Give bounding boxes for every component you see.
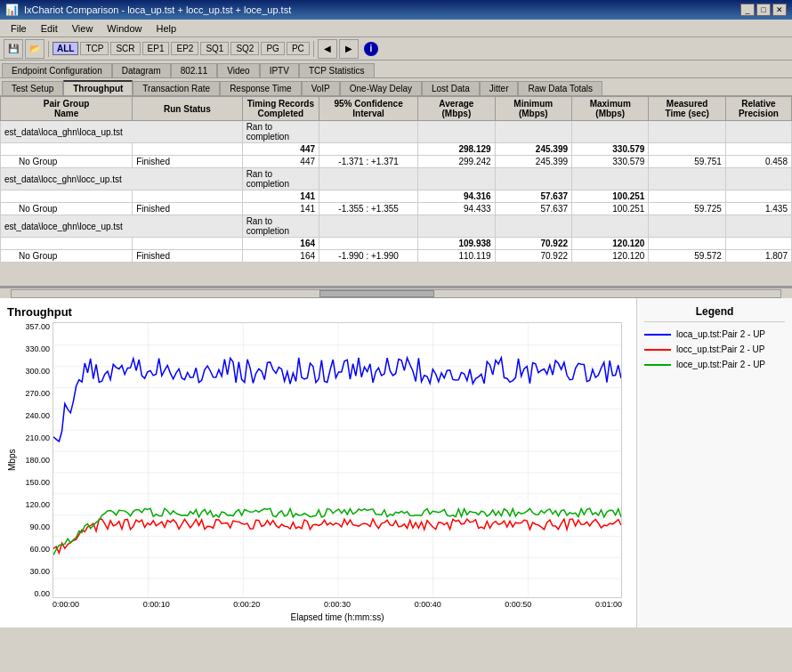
tab-throughput[interactable]: Throughput: [63, 80, 133, 95]
summary-minimum: 57.637: [495, 190, 571, 203]
tab-voip[interactable]: VoIP: [302, 81, 340, 95]
tab-raw-data-totals[interactable]: Raw Data Totals: [518, 81, 602, 95]
x-tick: 0:00:00: [53, 600, 79, 609]
detail-group: No Group: [1, 250, 133, 263]
filter-ep2[interactable]: EP2: [171, 42, 198, 55]
col-header-average: Average(Mbps): [418, 97, 495, 121]
legend-label-0: loca_up.tst:Pair 2 - UP: [676, 329, 765, 339]
y-axis-ticks: 357.00330.00300.00270.00240.00210.00180.…: [17, 322, 53, 598]
chart-section: Throughput Mbps 357.00330.00300.00270.00…: [0, 298, 792, 627]
y-tick: 357.00: [17, 322, 50, 331]
tab-test-setup[interactable]: Test Setup: [2, 81, 63, 95]
forward-button[interactable]: ▶: [339, 39, 359, 59]
tab-iptv[interactable]: IPTV: [260, 63, 299, 77]
window-controls: _ □ ✕: [740, 4, 787, 16]
legend-items: loca_up.tst:Pair 2 - UP locc_up.tst:Pair…: [644, 329, 785, 369]
file-path: est_data\locc_ghn\locc_up.tst: [1, 168, 243, 190]
y-tick: 270.00: [17, 389, 50, 398]
detail-minimum: 70.922: [495, 250, 571, 263]
save-button[interactable]: 💾: [4, 39, 23, 59]
col-header-pair-group: Pair GroupName: [1, 97, 133, 121]
tab-video[interactable]: Video: [217, 63, 259, 77]
tab-endpoint-config[interactable]: Endpoint Configuration: [2, 63, 112, 77]
x-axis-label: Elapsed time (h:mm:ss): [53, 612, 622, 622]
detail-status: Finished: [133, 250, 242, 263]
col-header-relative-precision: RelativePrecision: [725, 97, 791, 121]
summary-maximum: 100.251: [572, 190, 649, 203]
table-scrollbar-area: [0, 287, 792, 298]
summary-records: 141: [242, 190, 319, 203]
open-button[interactable]: 📂: [25, 39, 44, 59]
toolbar: 💾 📂 ALL TCP SCR EP1 EP2 SQ1 SQ2 PG PC ◀ …: [0, 37, 792, 61]
menu-view[interactable]: View: [65, 21, 101, 36]
summary-average: 94.316: [418, 190, 495, 203]
col-header-maximum: Maximum(Mbps): [572, 97, 649, 121]
scrollbar-thumb[interactable]: [319, 290, 435, 297]
filter-pg[interactable]: PG: [261, 42, 284, 55]
legend-color-1: [644, 349, 671, 351]
file-run-status: Ran to completion: [242, 215, 319, 238]
legend-panel: Legend loca_up.tst:Pair 2 - UP locc_up.t…: [636, 298, 792, 627]
legend-color-0: [644, 334, 671, 336]
tab-one-way-delay[interactable]: One-Way Delay: [340, 81, 422, 95]
filter-ep1[interactable]: EP1: [142, 42, 170, 55]
summary-records: 164: [242, 238, 319, 250]
file-run-status: Ran to completion: [242, 168, 319, 190]
detail-time: 59.572: [649, 250, 725, 263]
y-tick: 240.00: [17, 411, 50, 420]
col-header-timing-records: Timing RecordsCompleted: [242, 97, 319, 121]
summary-maximum: 330.579: [572, 143, 649, 156]
filter-sq2[interactable]: SQ2: [230, 42, 259, 55]
file-run-status: Ran to completion: [242, 121, 319, 143]
menu-edit[interactable]: Edit: [34, 21, 65, 36]
legend-title: Legend: [644, 305, 785, 322]
tab-80211[interactable]: 802.11: [171, 63, 218, 77]
y-tick: 300.00: [17, 367, 50, 376]
menu-help[interactable]: Help: [149, 21, 183, 36]
tab-tcp-statistics[interactable]: TCP Statistics: [299, 63, 375, 77]
y-tick: 0.00: [17, 589, 50, 598]
detail-group: No Group: [1, 156, 133, 168]
back-button[interactable]: ◀: [318, 39, 337, 59]
summary-records: 447: [242, 143, 319, 156]
y-tick: 150.00: [17, 478, 50, 487]
tab-row-1: Endpoint Configuration Datagram 802.11 V…: [0, 61, 792, 78]
col-header-confidence: 95% ConfidenceInterval: [319, 97, 418, 121]
detail-average: 94.433: [418, 203, 495, 215]
all-filter-label[interactable]: ALL: [53, 42, 78, 55]
horizontal-scrollbar[interactable]: [11, 289, 781, 298]
menu-file[interactable]: File: [4, 21, 34, 36]
info-button[interactable]: i: [364, 42, 378, 56]
detail-maximum: 120.120: [572, 250, 649, 263]
minimize-button[interactable]: _: [740, 4, 755, 16]
tab-response-time[interactable]: Response Time: [220, 81, 301, 95]
legend-item: loca_up.tst:Pair 2 - UP: [644, 329, 785, 339]
legend-color-2: [644, 364, 671, 366]
filter-sq1[interactable]: SQ1: [200, 42, 229, 55]
filter-scr[interactable]: SCR: [110, 42, 140, 55]
legend-item: locc_up.tst:Pair 2 - UP: [644, 344, 785, 354]
tab-jitter[interactable]: Jitter: [480, 81, 519, 95]
tab-transaction-rate[interactable]: Transaction Rate: [133, 81, 220, 95]
summary-average: 298.129: [418, 143, 495, 156]
tab-datagram[interactable]: Datagram: [112, 63, 171, 77]
menu-window[interactable]: Window: [100, 21, 149, 36]
filter-tcp[interactable]: TCP: [80, 42, 109, 55]
x-axis-ticks: 0:00:000:00:100:00:200:00:300:00:400:00:…: [53, 598, 622, 611]
detail-maximum: 100.251: [572, 203, 649, 215]
throughput-chart[interactable]: [53, 322, 622, 598]
title-bar: 📊 IxChariot Comparison - loca_up.tst + l…: [0, 0, 792, 20]
y-tick: 30.00: [17, 567, 50, 576]
y-tick: 120.00: [17, 500, 50, 509]
detail-confidence: -1.371 : +1.371: [319, 156, 418, 168]
summary-maximum: 120.120: [572, 238, 649, 250]
close-button[interactable]: ✕: [772, 4, 787, 16]
y-tick: 210.00: [17, 433, 50, 442]
filter-pc[interactable]: PC: [287, 42, 310, 55]
maximize-button[interactable]: □: [756, 4, 771, 16]
x-tick: 0:01:00: [595, 600, 622, 609]
detail-confidence: -1.355 : +1.355: [319, 203, 418, 215]
detail-confidence: -1.990 : +1.990: [319, 250, 418, 263]
tab-lost-data[interactable]: Lost Data: [422, 81, 480, 95]
detail-precision: 1.435: [725, 203, 791, 215]
